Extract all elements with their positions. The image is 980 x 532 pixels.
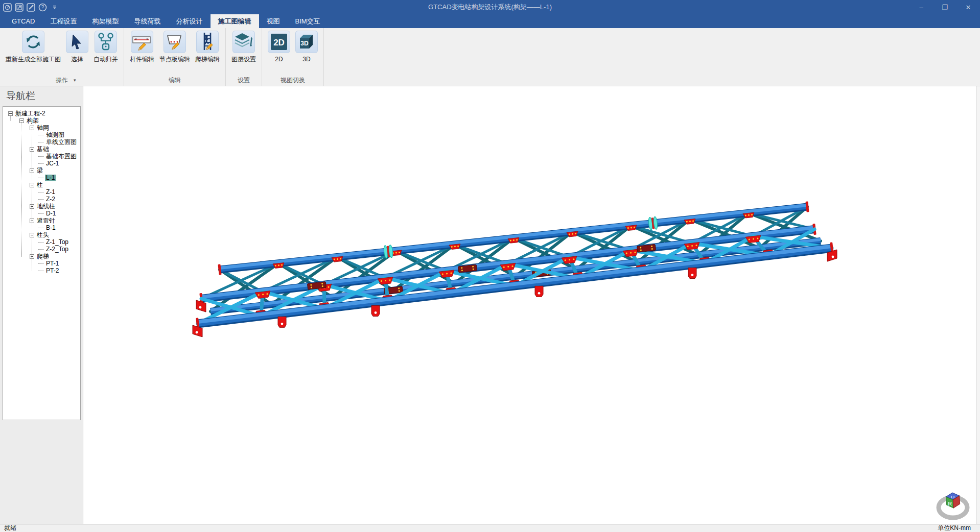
- tree-connector: [38, 213, 44, 214]
- help-icon[interactable]: ?: [38, 3, 47, 12]
- tree-item-label: PT-1: [45, 260, 60, 267]
- regenerate-icon: [22, 31, 44, 53]
- ribbon-group-label: 设置: [228, 76, 260, 86]
- tree-item-避雷针[interactable]: 避雷针: [3, 217, 80, 224]
- gusset-plate-edit-icon: [164, 31, 186, 53]
- window-controls: –❐✕: [909, 0, 980, 14]
- ribbon-toolbar: 重新生成全部施工图选择自动归并操作▾杆件编辑节点板编辑爬梯编辑编辑图层设置设置2…: [0, 28, 980, 86]
- tree-item-轴网[interactable]: 轴网: [3, 124, 80, 131]
- tree-connector: [38, 142, 44, 142]
- restore-button[interactable]: ❐: [933, 0, 956, 14]
- tree-item-label: 梁: [36, 167, 44, 174]
- tree-item-label: D-1: [45, 210, 57, 217]
- ribbon-button-auto-merge[interactable]: 自动归并: [91, 30, 121, 63]
- tree-item-label: PT-2: [45, 268, 60, 274]
- tree-item-label: B-1: [45, 225, 57, 231]
- ribbon-button-layer-settings[interactable]: 图层设置: [229, 30, 259, 63]
- tree-item-爬梯[interactable]: 爬梯: [3, 253, 80, 260]
- tree-item-基础布置图[interactable]: 基础布置图: [3, 153, 80, 160]
- tree-item-地线柱[interactable]: 地线柱: [3, 203, 80, 210]
- ribbon-group-label: 视图切换: [264, 76, 321, 86]
- svg-text:3D: 3D: [300, 40, 309, 47]
- menu-tab-0[interactable]: GTCAD: [4, 14, 43, 28]
- tree-connector: [38, 263, 44, 264]
- menu-tab-1[interactable]: 工程设置: [43, 14, 85, 28]
- ribbon-group-label: 操作▾: [2, 76, 122, 86]
- tree-connector: [38, 242, 44, 243]
- ribbon-button-member-edit[interactable]: 杆件编辑: [127, 30, 157, 63]
- tree-item-Z-1[interactable]: Z-1: [3, 188, 80, 196]
- tree-item-梁[interactable]: 梁: [3, 167, 80, 174]
- member-edit-icon: [131, 31, 153, 53]
- tree-item-label: Z-2: [45, 196, 56, 203]
- menu-tab-3[interactable]: 导线荷载: [127, 14, 169, 28]
- status-message: 就绪: [0, 524, 16, 532]
- ribbon-button-regenerate[interactable]: 重新生成全部施工图: [3, 30, 63, 63]
- tree-item-JC-1[interactable]: JC-1: [3, 160, 80, 167]
- svg-text:R: R: [948, 500, 952, 507]
- select-cursor-icon: [66, 31, 88, 53]
- tree-guide-line: [32, 129, 32, 271]
- tree-item-Z-2[interactable]: Z-2: [3, 196, 80, 203]
- tree-item-柱头[interactable]: 柱头: [3, 231, 80, 238]
- tree-item-label: Z-1_Top: [45, 239, 69, 246]
- export-sheet-icon[interactable]: [15, 3, 24, 12]
- tree-item-Z-1_Top[interactable]: Z-1_Top: [3, 238, 80, 246]
- tree-item-label: 基础: [36, 146, 50, 153]
- ribbon-button-gusset-plate-edit[interactable]: 节点板编辑: [157, 30, 193, 63]
- tree-item-Z-2_Top[interactable]: Z-2_Top: [3, 246, 80, 253]
- ribbon-button-ladder-edit[interactable]: 爬梯编辑: [193, 30, 222, 63]
- chevron-down-icon[interactable]: ▾: [74, 76, 76, 85]
- tree-item-L-1[interactable]: L-1: [3, 174, 80, 181]
- close-button[interactable]: ✕: [956, 0, 980, 14]
- tree-item-label: 基础布置图: [45, 153, 78, 160]
- model-canvas[interactable]: U R: [83, 86, 976, 524]
- tree-connector: [38, 156, 44, 157]
- model-viewport[interactable]: [83, 86, 976, 524]
- ribbon-group-label: 编辑: [126, 76, 223, 86]
- menu-tab-5[interactable]: 施工图编辑: [211, 14, 259, 28]
- view-3d-icon: 3D: [295, 31, 318, 53]
- tree-item-柱[interactable]: 柱: [3, 181, 80, 188]
- tree-item-label: 柱头: [36, 232, 50, 238]
- minimize-button[interactable]: –: [909, 0, 933, 14]
- auto-merge-icon: [95, 31, 117, 53]
- tree-item-PT-1[interactable]: PT-1: [3, 260, 80, 267]
- toolbar-options-caret-icon[interactable]: [50, 3, 59, 12]
- menu-tab-6[interactable]: 视图: [259, 14, 288, 28]
- tree-item-构架[interactable]: 构架: [3, 117, 80, 124]
- menu-tab-4[interactable]: 分析设计: [169, 14, 211, 28]
- ribbon-button-label: 杆件编辑: [130, 55, 154, 63]
- ribbon-group-2: 图层设置设置: [226, 28, 262, 86]
- tree-item-label: L-1: [45, 175, 56, 181]
- tree-connector: [38, 249, 44, 250]
- tree-item-轴测图[interactable]: 轴测图: [3, 131, 80, 138]
- window-title: GTCAD变电站构架设计系统(构架——L-1): [0, 3, 980, 12]
- ribbon-button-view-3d[interactable]: 3D3D: [293, 30, 320, 63]
- ribbon-button-label: 选择: [71, 55, 83, 63]
- tree-item-label: 新建工程-2: [14, 110, 46, 117]
- tree-item-label: 柱: [36, 182, 44, 188]
- tree-guide-line: [10, 115, 11, 121]
- status-bar: 就绪 单位KN-mm: [0, 524, 980, 532]
- app-gauge-icon[interactable]: [3, 3, 12, 12]
- tree-item-B-1[interactable]: B-1: [3, 224, 80, 231]
- tree-item-基础[interactable]: 基础: [3, 146, 80, 153]
- tree-item-新建工程-2[interactable]: 新建工程-2: [3, 110, 80, 117]
- ribbon-button-label: 节点板编辑: [159, 55, 190, 63]
- tree-item-D-1[interactable]: D-1: [3, 210, 80, 217]
- canvas-right-strip: [976, 86, 980, 524]
- tree-item-单线立面图[interactable]: 单线立面图: [3, 138, 80, 146]
- view-2d-icon: 2D: [268, 31, 290, 53]
- tree-guide-line: [21, 122, 22, 257]
- tool-sheet-icon[interactable]: [27, 3, 35, 12]
- navigation-panel-title: 导航栏: [0, 86, 83, 105]
- menu-tab-7[interactable]: BIM交互: [288, 14, 328, 28]
- project-tree: 新建工程-2构架轴网轴测图单线立面图基础基础布置图JC-1梁L-1柱Z-1Z-2…: [3, 106, 81, 420]
- tree-item-label: 避雷针: [36, 217, 56, 224]
- menu-tab-2[interactable]: 构架模型: [85, 14, 127, 28]
- tree-item-PT-2[interactable]: PT-2: [3, 267, 80, 274]
- layer-settings-icon: [232, 31, 255, 53]
- ribbon-button-view-2d[interactable]: 2D2D: [265, 30, 293, 63]
- ribbon-button-select-cursor[interactable]: 选择: [63, 30, 91, 63]
